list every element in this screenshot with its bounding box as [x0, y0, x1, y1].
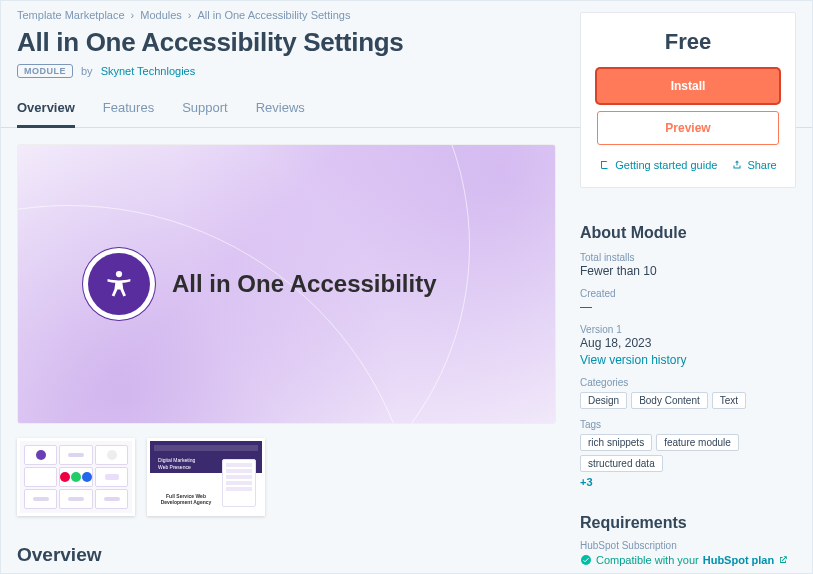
- breadcrumb-section[interactable]: Modules: [140, 9, 182, 21]
- compat-prefix: Compatible with your: [596, 554, 699, 566]
- tag-chip[interactable]: feature module: [656, 434, 739, 451]
- subscription-label: HubSpot Subscription: [580, 540, 796, 551]
- created-label: Created: [580, 288, 796, 299]
- tab-reviews[interactable]: Reviews: [256, 100, 305, 127]
- requirements-heading: Requirements: [580, 514, 796, 532]
- pricing-card: Free Install Preview Getting started gui…: [580, 12, 796, 188]
- thumbnail-strip: Digital MarketingWeb Presence Full Servi…: [17, 438, 556, 516]
- book-icon: [599, 159, 611, 171]
- breadcrumb-root[interactable]: Template Marketplace: [17, 9, 125, 21]
- breadcrumb-current: All in One Accessibility Settings: [198, 9, 351, 21]
- chevron-right-icon: ›: [131, 9, 135, 21]
- chevron-right-icon: ›: [188, 9, 192, 21]
- about-heading: About Module: [580, 224, 796, 242]
- created-value: —: [580, 300, 796, 314]
- category-chip[interactable]: Body Content: [631, 392, 708, 409]
- tab-support[interactable]: Support: [182, 100, 228, 127]
- total-installs-label: Total installs: [580, 252, 796, 263]
- tags-label: Tags: [580, 419, 796, 430]
- by-label: by: [81, 65, 93, 77]
- category-chip[interactable]: Design: [580, 392, 627, 409]
- tab-overview[interactable]: Overview: [17, 100, 75, 128]
- svg-point-1: [581, 555, 591, 565]
- accessibility-icon: [88, 253, 150, 315]
- getting-started-label: Getting started guide: [615, 159, 717, 171]
- install-button[interactable]: Install: [597, 69, 779, 103]
- tag-chip[interactable]: rich snippets: [580, 434, 652, 451]
- thumbnail-1[interactable]: [17, 438, 135, 516]
- price-label: Free: [597, 29, 779, 55]
- version-date: Aug 18, 2023: [580, 336, 796, 350]
- version-label: Version 1: [580, 324, 796, 335]
- tag-chip[interactable]: structured data: [580, 455, 663, 472]
- author-link[interactable]: Skynet Technlogies: [101, 65, 196, 77]
- share-icon: [731, 159, 743, 171]
- getting-started-link[interactable]: Getting started guide: [599, 159, 717, 171]
- category-chip[interactable]: Text: [712, 392, 746, 409]
- version-history-link[interactable]: View version history: [580, 353, 796, 367]
- tab-features[interactable]: Features: [103, 100, 154, 127]
- external-link-icon: [778, 555, 788, 565]
- section-overview-heading: Overview: [17, 544, 556, 566]
- hubspot-plan-link[interactable]: HubSpot plan: [703, 554, 775, 566]
- check-circle-icon: [580, 554, 592, 566]
- svg-point-0: [116, 271, 122, 277]
- about-module: About Module Total installs Fewer than 1…: [580, 224, 796, 488]
- share-link[interactable]: Share: [731, 159, 776, 171]
- thumbnail-2[interactable]: Digital MarketingWeb Presence Full Servi…: [147, 438, 265, 516]
- preview-button[interactable]: Preview: [597, 111, 779, 145]
- type-badge: MODULE: [17, 64, 73, 78]
- share-label: Share: [747, 159, 776, 171]
- requirements-section: Requirements HubSpot Subscription Compat…: [580, 514, 796, 566]
- hero-image[interactable]: All in One Accessibility: [17, 144, 556, 424]
- total-installs-value: Fewer than 10: [580, 264, 796, 278]
- more-tags-link[interactable]: +3: [580, 476, 796, 488]
- hero-headline: All in One Accessibility: [172, 270, 437, 298]
- categories-label: Categories: [580, 377, 796, 388]
